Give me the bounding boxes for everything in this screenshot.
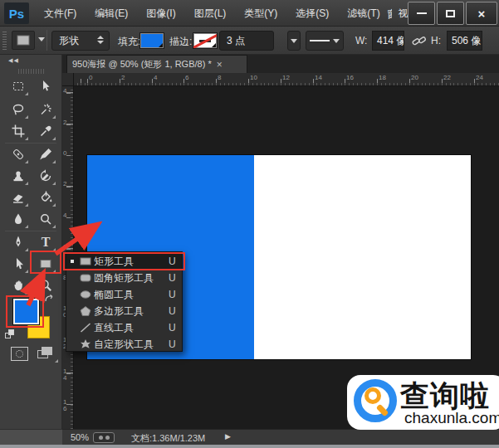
watermark-badge: 查询啦 chaxunla.com: [347, 375, 499, 430]
pen-tool[interactable]: [7, 232, 29, 252]
tools-panel: ◀◀: [0, 55, 62, 445]
preset-caret-icon[interactable]: [38, 37, 45, 41]
swap-colors-icon[interactable]: [44, 294, 56, 305]
status-expand-arrow[interactable]: ▶: [225, 432, 231, 441]
menu-filter[interactable]: 滤镜(T): [338, 7, 389, 21]
flyout-item-custom-shape[interactable]: 自定形状工具 U: [66, 336, 182, 353]
watermark-logo-icon: [354, 379, 399, 424]
stroke-width-input[interactable]: 3 点: [219, 31, 274, 51]
menu-file[interactable]: 文件(F): [35, 7, 86, 21]
quick-mask-button[interactable]: [11, 347, 28, 361]
menu-edit[interactable]: 编辑(E): [86, 7, 137, 21]
menu-image[interactable]: 图像(I): [137, 7, 184, 21]
fill-label: 填充:: [118, 35, 140, 49]
menu-type[interactable]: 类型(Y): [235, 7, 286, 21]
menu-select[interactable]: 选择(S): [286, 7, 338, 21]
lasso-tool[interactable]: [7, 100, 29, 119]
ruler-corner: [62, 73, 74, 86]
document-tab-bar: 950海报 @ 50% (矩形 1, RGB/8) * ×: [62, 55, 499, 73]
blur-tool[interactable]: [7, 209, 29, 229]
menu-layer[interactable]: 图层(L): [185, 7, 236, 21]
default-colors-icon[interactable]: [5, 329, 17, 339]
watermark-domain: chaxunla.com: [404, 409, 499, 427]
close-icon: ×: [478, 7, 486, 21]
document-title: 950海报 @ 50% (矩形 1, RGB/8) *: [72, 58, 212, 71]
type-tool[interactable]: T: [35, 232, 56, 252]
chevron-down-icon: [333, 39, 340, 43]
photoshop-logo: Ps: [4, 2, 29, 24]
menu-bar: 文件(F) 编辑(E) 图像(I) 图层(L) 类型(Y) 选择(S) 滤镜(T…: [35, 0, 441, 27]
chevron-down-icon: [291, 39, 297, 43]
ellipse-icon: [77, 289, 94, 300]
horizontal-ruler: 0 2 4 6 8 10 12 14 16 18 20 22 24: [74, 73, 499, 86]
tool-mode-select[interactable]: 形状: [51, 31, 110, 51]
maximize-button[interactable]: [437, 2, 464, 25]
rounded-rectangle-icon: [77, 272, 94, 284]
dodge-tool[interactable]: [35, 209, 56, 229]
document-tab[interactable]: 950海报 @ 50% (矩形 1, RGB/8) * ×: [66, 55, 247, 73]
link-dimensions-icon[interactable]: [412, 35, 427, 47]
tool-mode-value: 形状: [59, 34, 79, 48]
rectangular-marquee-tool[interactable]: [7, 76, 29, 96]
shape-width-input[interactable]: 414 像: [372, 31, 404, 51]
flyout-item-polygon[interactable]: 多边形工具 U: [66, 303, 182, 319]
statusbar-corner: [0, 429, 62, 445]
caret-icon: [212, 43, 216, 47]
eraser-tool[interactable]: [7, 187, 29, 207]
history-brush-tool[interactable]: [35, 166, 56, 186]
screen-mode-button[interactable]: [37, 347, 56, 361]
tool-options-bar: 形状 填充: 描边: 3 点 W: 414 像 H: 506 像: [0, 27, 499, 55]
custom-shape-icon: [77, 338, 94, 350]
quick-mask-icon: [16, 350, 23, 358]
crop-tool[interactable]: [7, 121, 29, 141]
status-icon: [93, 432, 115, 443]
polygon-icon: [77, 305, 94, 317]
width-label: W:: [355, 35, 367, 46]
paint-bucket-tool[interactable]: [35, 187, 56, 207]
spot-healing-brush-tool[interactable]: [7, 144, 29, 164]
tool-preset-button[interactable]: [12, 31, 35, 50]
flyout-item-line[interactable]: 直线工具 U: [66, 319, 182, 336]
maximize-icon: [446, 10, 455, 17]
minimize-button[interactable]: [408, 2, 435, 25]
eyedropper-tool[interactable]: [35, 121, 56, 141]
flyout-item-rounded-rectangle[interactable]: 圆角矩形工具 U: [66, 270, 182, 286]
height-label: H:: [431, 35, 441, 46]
panel-grip[interactable]: [18, 69, 44, 74]
menu-window-clipped[interactable]: 窗口(W): [387, 7, 392, 21]
shape-height-input[interactable]: 506 像: [447, 31, 482, 51]
window-bottom-edge: [0, 445, 499, 448]
photoshop-window: Ps 文件(F) 编辑(E) 图像(I) 图层(L) 类型(Y) 选择(S) 滤…: [0, 0, 499, 448]
magic-wand-tool[interactable]: [35, 100, 56, 119]
toolbar-separator: [5, 143, 56, 144]
close-button[interactable]: ×: [466, 2, 497, 25]
zoom-level-field[interactable]: 50%: [71, 432, 89, 442]
line-icon: [77, 322, 94, 334]
collapse-panel-button[interactable]: ◀◀: [8, 57, 19, 64]
solid-line-icon: [310, 40, 330, 41]
stroke-color-swatch[interactable]: [193, 32, 218, 49]
options-grip-handle[interactable]: [2, 32, 7, 50]
toolbar-separator: [5, 231, 56, 231]
options-separator: [46, 30, 47, 51]
fill-color-swatch[interactable]: [139, 32, 164, 49]
minimize-icon: [417, 12, 427, 14]
stroke-width-value: 3 点: [227, 34, 245, 48]
rectangle-preset-icon: [16, 34, 31, 47]
stroke-width-dropdown[interactable]: [287, 31, 301, 51]
flyout-item-ellipse[interactable]: 椭圆工具 U: [66, 286, 182, 303]
tab-close-icon[interactable]: ×: [217, 59, 223, 71]
hand-tool[interactable]: [7, 275, 29, 295]
brush-tool[interactable]: [35, 144, 56, 164]
path-selection-tool[interactable]: [7, 254, 29, 274]
move-tool[interactable]: [35, 76, 56, 96]
status-bar: 50% 文档:1.36M/1.23M ▶: [62, 429, 499, 445]
annotation-box-foreground-color: [6, 295, 44, 328]
shape-height-value: 506 像: [452, 34, 481, 48]
caret-icon: [159, 43, 163, 47]
stroke-style-dropdown[interactable]: [306, 31, 344, 51]
document-size-info[interactable]: 文档:1.36M/1.23M: [131, 432, 205, 445]
clone-stamp-tool[interactable]: [7, 166, 29, 186]
annotation-box-flyout-rectangle-item: [63, 252, 185, 270]
zoom-tool[interactable]: [35, 275, 56, 295]
